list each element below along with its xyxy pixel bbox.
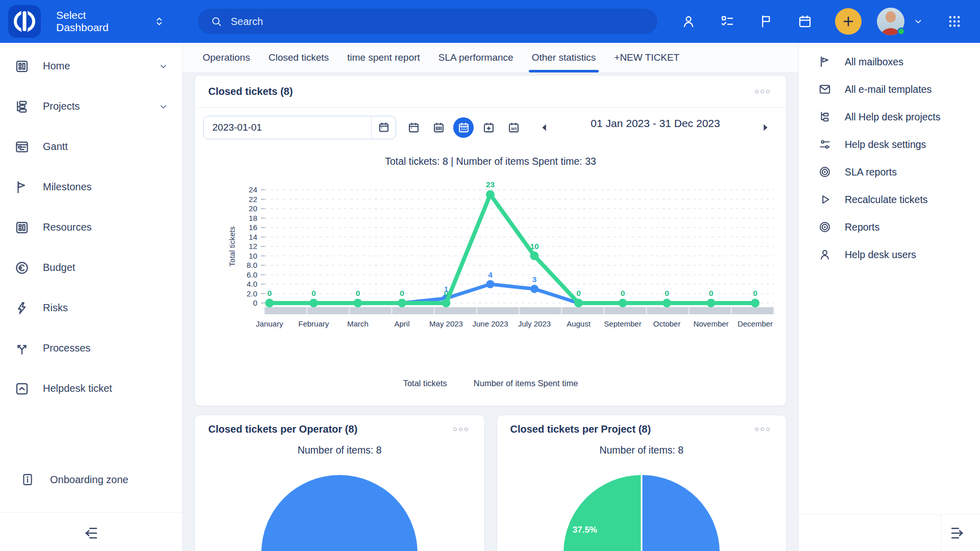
dashboard-selector[interactable]: Select Dashboard [56, 9, 165, 34]
apps-grid-button[interactable] [947, 14, 962, 29]
sidebar-item-onboarding-zone[interactable]: Onboarding zone [0, 467, 182, 492]
cal-week-icon [432, 121, 446, 135]
panel-menu-button[interactable] [752, 87, 773, 96]
users-button[interactable] [681, 14, 696, 29]
calendar-view-switcher: 365 [403, 116, 524, 139]
pie-slice-label: 37.5% [573, 525, 597, 535]
collapse-left-sidebar-button[interactable] [80, 524, 103, 544]
tab-operations[interactable]: Operations [203, 43, 250, 72]
milestones-button[interactable] [758, 14, 774, 29]
helpdesk-menu-item-all-mailboxes[interactable]: All mailboxes [799, 48, 980, 76]
tab-sla-performance[interactable]: SLA performance [438, 43, 513, 72]
sidebar-item-budget[interactable]: Budget [0, 247, 182, 288]
sidebar-item-home[interactable]: Home [0, 46, 182, 86]
risks-icon [14, 300, 30, 316]
target-icon [818, 220, 831, 234]
legend-item-number-of-items-spent-time[interactable]: Number of items Spent time [474, 379, 578, 388]
dashboard-selector-label: Select Dashboard [56, 9, 140, 34]
svg-text:0: 0 [709, 289, 714, 297]
helpdesk-menu-item-help-desk-settings[interactable]: Help desk settings [799, 131, 980, 158]
view-button-cal-add[interactable] [478, 117, 499, 138]
chevron-down-icon [913, 16, 924, 27]
svg-text:June 2023: June 2023 [472, 319, 508, 328]
sidebar-item-projects[interactable]: Projects [0, 86, 182, 127]
svg-text:February: February [298, 319, 329, 328]
plus-icon [841, 14, 855, 29]
sidebar-item-label: Resources [43, 221, 92, 233]
date-picker-button[interactable] [371, 116, 396, 139]
quick-add-button[interactable] [835, 8, 862, 35]
menu-item-label: SLA reports [845, 166, 897, 178]
resources-icon [14, 220, 30, 235]
previous-arrow-icon [539, 122, 550, 133]
svg-text:0: 0 [665, 289, 669, 297]
legend-item-total-tickets[interactable]: Total tickets [403, 379, 447, 388]
search-bar[interactable] [198, 9, 657, 34]
menu-item-label: All mailboxes [845, 56, 903, 68]
view-button-cal-day[interactable] [403, 117, 424, 138]
tab-closed-tickets[interactable]: Closed tickets [268, 43, 329, 72]
svg-text:4.0: 4.0 [247, 280, 257, 288]
milestones-icon [14, 180, 30, 195]
sidebar-item-resources[interactable]: Resources [0, 207, 182, 247]
project-pie-chart[interactable]: 37.5% [564, 475, 720, 551]
search-icon [210, 15, 223, 28]
closed-tickets-panel: Closed tickets (8) 365 01 Jan 2023 - 31 … [194, 75, 787, 406]
tab-new-ticket[interactable]: +NEW TICKET [614, 43, 679, 72]
svg-text:2.0: 2.0 [247, 289, 257, 298]
projects-icon [14, 99, 30, 114]
project-panel-subtitle: Number of items: 8 [497, 444, 787, 456]
date-input[interactable] [204, 116, 371, 139]
online-status-dot [897, 28, 905, 35]
helpdesk-icon [14, 381, 30, 396]
helpdesk-menu-item-all-help-desk-projects[interactable]: All Help desk projects [799, 103, 980, 131]
operator-pie-chart[interactable] [261, 475, 418, 551]
cal-year-icon: 365 [507, 121, 521, 135]
svg-text:August: August [567, 319, 591, 328]
sidebar-item-label: Budget [43, 262, 75, 273]
svg-text:18: 18 [249, 214, 257, 222]
sidebar-item-label: Milestones [43, 181, 92, 193]
svg-text:0: 0 [621, 289, 625, 297]
panel-menu-button[interactable] [752, 424, 773, 434]
chevron-down-icon [158, 61, 169, 72]
dashboard-scroll-area: Closed tickets (8) 365 01 Jan 2023 - 31 … [183, 73, 798, 551]
helpdesk-menu-item-recalculate-tickets[interactable]: Recalculate tickets [799, 186, 980, 213]
sidebar-item-processes[interactable]: Processes [0, 328, 182, 368]
sidebar-item-milestones[interactable]: Milestones [0, 167, 182, 207]
sidebar-item-gantt[interactable]: Gantt [0, 127, 182, 167]
app-logo[interactable] [8, 5, 41, 38]
project-panel-header: Closed tickets per Project (8) [497, 415, 787, 435]
operator-panel-subtitle: Number of items: 8 [195, 444, 484, 456]
panel-menu-button[interactable] [450, 424, 471, 434]
home-icon [14, 59, 30, 74]
sidebar-item-label: Risks [43, 302, 68, 314]
helpdesk-menu-item-help-desk-users[interactable]: Help desk users [799, 241, 980, 268]
helpdesk-menu-item-reports[interactable]: Reports [799, 213, 980, 241]
view-button-cal-week[interactable] [428, 117, 449, 138]
pie-panels-row: Closed tickets per Operator (8) Number o… [194, 415, 787, 551]
helpdesk-sidebar-vline [941, 515, 941, 551]
sidebar-item-risks[interactable]: Risks [0, 288, 182, 328]
profile-menu[interactable] [877, 8, 924, 35]
previous-period-button[interactable] [537, 120, 552, 137]
collapse-right-sidebar-button[interactable] [945, 524, 969, 544]
envelope-icon [818, 83, 831, 96]
view-button-cal-month[interactable] [453, 117, 474, 138]
tasks-button[interactable] [720, 14, 735, 29]
view-button-cal-year[interactable]: 365 [503, 117, 524, 138]
search-input[interactable] [230, 15, 645, 28]
helpdesk-sidebar-divider [799, 514, 980, 515]
svg-text:January: January [256, 319, 283, 328]
next-period-button[interactable] [757, 120, 773, 137]
svg-text:10: 10 [530, 242, 538, 251]
tab-other-statistics[interactable]: Other statistics [532, 43, 596, 72]
sidebar-item-helpdesk-ticket[interactable]: Helpdesk ticket [0, 368, 182, 409]
helpdesk-menu-item-all-e-mail-templates[interactable]: All e-mail templates [799, 76, 980, 103]
svg-text:October: October [653, 319, 680, 328]
calendar-icon [797, 14, 813, 29]
collapse-left-icon [83, 524, 100, 542]
calendar-button[interactable] [797, 14, 813, 29]
helpdesk-menu-item-sla-reports[interactable]: SLA reports [799, 158, 980, 186]
tab-time-spent-report[interactable]: time spent report [347, 43, 420, 72]
